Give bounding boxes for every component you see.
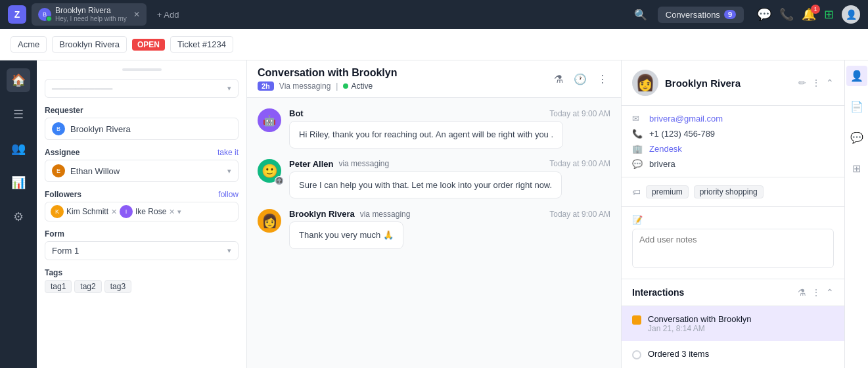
add-tab-button[interactable]: + Add — [152, 7, 185, 22]
follower-ike-avatar: I — [120, 205, 133, 218]
interaction-item-brooklyn[interactable]: Conversation with Brooklyn Jan 21, 8:14 … — [622, 306, 844, 341]
conversations-label: Conversations — [666, 10, 720, 20]
message-bubble: Thank you very much 🙏 — [289, 221, 403, 249]
conversation-icon[interactable]: 💬 — [846, 127, 867, 148]
collapse-icon[interactable]: ⌃ — [826, 78, 834, 88]
chevron-down-icon: ▾ — [177, 208, 181, 216]
document-icon[interactable]: 📄 — [846, 97, 867, 117]
follow-link[interactable]: follow — [218, 190, 239, 199]
follower-ike-remove[interactable]: ✕ — [169, 208, 175, 216]
scroll-indicator — [122, 68, 162, 71]
follower-kim-remove[interactable]: ✕ — [111, 208, 117, 216]
email-row: ✉ brivera@gmail.com — [632, 114, 834, 124]
follower-ike-name: Ike Rose — [135, 207, 166, 216]
conversation-channel: Via messaging — [279, 81, 331, 91]
tab-close-icon[interactable]: ✕ — [133, 10, 140, 19]
interaction-name: Conversation with Brooklyn — [648, 314, 752, 324]
conversations-button[interactable]: Conversations 9 — [658, 7, 744, 23]
chat-icon: 💬 — [632, 159, 643, 169]
phone-row: 📞 +1 (123) 456-789 — [632, 129, 834, 139]
interaction-item-orders[interactable]: Ordered 3 items — [622, 341, 844, 367]
tag-item: tag2 — [74, 280, 101, 293]
interaction-dot-orange — [632, 315, 641, 325]
message-time: Today at 9:00 AM — [549, 159, 610, 168]
nav-sidebar: 🏠 ☰ 👥 📊 ⚙ — [0, 60, 37, 368]
nav-users-icon[interactable]: 👥 — [7, 137, 30, 160]
phone-icon: 📞 — [632, 129, 643, 139]
history-icon[interactable]: 🕐 — [571, 70, 589, 88]
assignee-avatar: E — [52, 164, 65, 177]
take-it-link[interactable]: take it — [217, 148, 239, 157]
message-bubble: Sure I can help you with that. Let me lo… — [289, 172, 562, 199]
requester-select[interactable]: B Brooklyn Rivera — [45, 118, 239, 140]
tags-label: Tags — [45, 268, 239, 277]
active-tab[interactable]: B Brooklyn Rivera Hey, I need help with … — [32, 3, 147, 26]
user-avatar[interactable]: 👤 — [842, 5, 860, 24]
assignee-select[interactable]: E Ethan Willow ▾ — [45, 160, 239, 182]
breadcrumb-company[interactable]: Acme — [11, 36, 47, 53]
profile-header: 👩 Brooklyn Rivera ✏ ⋮ ⌃ — [622, 60, 844, 106]
status-dropdown-value: ────────── — [52, 83, 112, 93]
more-options-icon[interactable]: ⋮ — [811, 287, 821, 298]
company-icon: 🏢 — [632, 144, 643, 154]
requester-avatar: B — [52, 122, 65, 135]
nav-home-icon[interactable]: 🏠 — [7, 68, 30, 92]
phone-icon[interactable]: 📞 — [779, 7, 794, 22]
message-content: Bot Today at 9:00 AM Hi Riley, thank you… — [289, 108, 610, 149]
filter-icon[interactable]: ⚗ — [798, 287, 806, 298]
form-select[interactable]: Form 1 ▾ — [45, 241, 239, 260]
breadcrumb-ticket[interactable]: Ticket #1234 — [170, 36, 233, 53]
profile-actions: ✏ ⋮ ⌃ — [798, 78, 834, 88]
brooklyn-avatar: 👩 — [258, 209, 281, 233]
assignee-label: Assignee take it — [45, 148, 239, 157]
message-row: 🤖 Bot Today at 9:00 AM Hi Riley, thank y… — [258, 108, 610, 149]
nav-analytics-icon[interactable]: 📊 — [7, 171, 30, 195]
nav-settings-icon[interactable]: ⚙ — [7, 205, 30, 229]
search-icon[interactable]: 🔍 — [634, 9, 647, 21]
tag-premium: premium — [646, 185, 689, 198]
topbar: Z B Brooklyn Rivera Hey, I need help wit… — [0, 0, 868, 29]
tag-item: tag1 — [45, 280, 72, 293]
filter-icon[interactable]: ⚗ — [551, 70, 566, 88]
more-options-icon[interactable]: ⋮ — [595, 70, 610, 88]
notification-icon[interactable]: 🔔 1 — [802, 7, 816, 22]
breadcrumb-user[interactable]: Brooklyn Rivera — [52, 36, 127, 53]
profile-email[interactable]: brivera@gmail.com — [649, 114, 723, 124]
user-notes-input[interactable] — [632, 229, 834, 268]
chevron-down-icon: ▾ — [227, 84, 231, 93]
more-options-icon[interactable]: ⋮ — [811, 78, 821, 88]
requester-label: Requester — [45, 106, 239, 115]
message-row: 👩 Brooklyn Rivera via messaging Today at… — [258, 209, 610, 249]
interactions-header: Interactions ⚗ ⋮ ⌃ — [622, 279, 844, 306]
nav-tickets-icon[interactable]: ☰ — [7, 103, 30, 126]
conversation-status: Active — [343, 81, 373, 91]
interaction-dot-gray — [632, 350, 641, 359]
grid-icon[interactable]: ⊞ — [824, 7, 834, 22]
requester-section: Requester B Brooklyn Rivera — [45, 106, 239, 140]
ticket-status-badge: OPEN — [132, 39, 165, 51]
follower-kim: K Kim Schmitt ✕ — [51, 205, 117, 218]
notes-section: 📝 — [622, 207, 844, 279]
assignee-name: Ethan Willow — [70, 166, 120, 176]
collapse-icon[interactable]: ⌃ — [826, 287, 834, 298]
message-via: via messaging — [360, 210, 411, 219]
tags-row: tag1 tag2 tag3 — [45, 280, 239, 293]
edit-icon[interactable]: ✏ — [798, 78, 806, 88]
status-dropdown[interactable]: ────────── ▾ — [45, 79, 239, 98]
profile-company[interactable]: Zendesk — [649, 144, 682, 154]
company-row: 🏢 Zendesk — [632, 144, 834, 154]
user-profile-icon[interactable]: 👤 — [846, 66, 867, 86]
message-time: Today at 9:00 AM — [549, 210, 610, 219]
message-sender: Bot — [289, 108, 304, 118]
chat-icon[interactable]: 💬 — [757, 7, 771, 22]
notes-icon: 📝 — [632, 215, 643, 225]
peter-avatar-wrap: 🙂 🎧 — [258, 159, 281, 183]
interactions-actions: ⚗ ⋮ ⌃ — [798, 287, 834, 298]
tab-subtitle: Hey, I need help with my — [55, 15, 127, 23]
conversation-area: Conversation with Brooklyn 2h Via messag… — [247, 60, 621, 368]
grid-icon[interactable]: ⊞ — [848, 158, 865, 179]
right-icons-col: 👤 📄 💬 ⊞ — [844, 60, 868, 368]
peter-badge-icon: 🎧 — [275, 176, 284, 185]
form-label: Form — [45, 229, 239, 239]
right-panel: 👩 Brooklyn Rivera ✏ ⋮ ⌃ ✉ brivera@gmail.… — [621, 60, 844, 368]
